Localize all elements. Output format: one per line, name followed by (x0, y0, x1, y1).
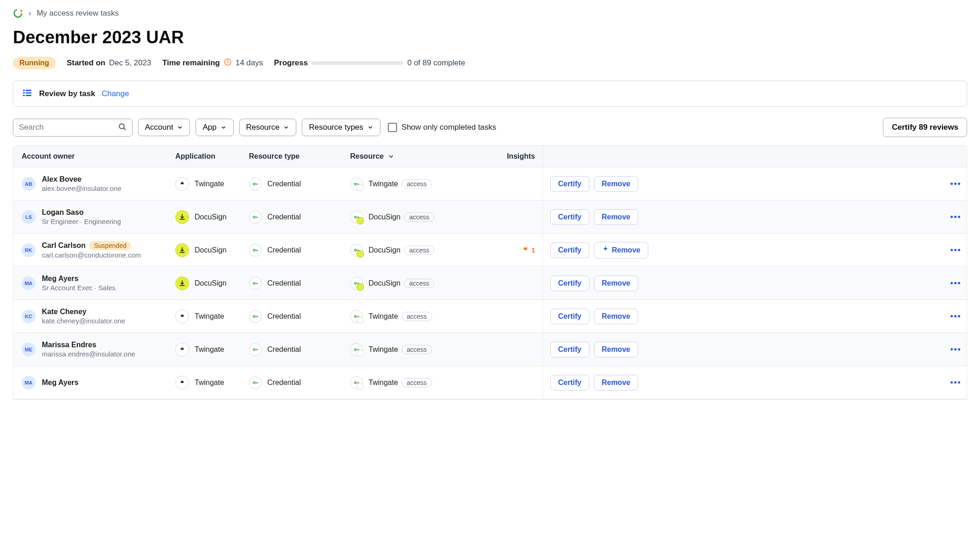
resource-type-name: Credential (267, 213, 301, 221)
certify-button[interactable]: Certify (550, 309, 589, 324)
svg-rect-6 (26, 92, 31, 94)
table-row: AB Alex Bovee alex.bovee@insulator.one T… (13, 167, 967, 201)
change-link[interactable]: Change (102, 89, 129, 98)
application-name[interactable]: DocuSign (195, 279, 226, 287)
certify-all-button[interactable]: Certify 89 reviews (883, 118, 967, 137)
key-icon (249, 211, 262, 224)
more-actions-icon[interactable] (951, 381, 960, 384)
resource-name[interactable]: Twingate (369, 180, 398, 188)
owner-name[interactable]: Marissa Endres (42, 341, 135, 349)
remove-button[interactable]: Remove (594, 242, 648, 258)
remove-button[interactable]: Remove (594, 176, 638, 192)
chevron-down-icon (387, 153, 395, 160)
svg-point-15 (354, 249, 356, 251)
owner-sub: Sr Account Exec · Sales (42, 284, 115, 292)
svg-point-23 (354, 382, 356, 384)
svg-rect-3 (23, 90, 25, 91)
col-insights[interactable]: Insights (496, 146, 542, 167)
more-actions-icon[interactable] (951, 348, 960, 350)
col-resource-type[interactable]: Resource type (243, 146, 345, 167)
owner-name[interactable]: Meg Ayers (42, 379, 79, 387)
certify-button[interactable]: Certify (550, 242, 589, 258)
chevron-down-icon (220, 124, 227, 131)
key-icon (249, 310, 262, 323)
more-actions-icon[interactable] (951, 315, 960, 317)
more-actions-icon[interactable] (951, 183, 960, 185)
certify-button[interactable]: Certify (550, 342, 589, 357)
progress-label: Progress (274, 58, 308, 68)
more-actions-icon[interactable] (951, 249, 960, 251)
resource-type-name: Credential (267, 345, 301, 354)
started-on-value: Dec 5, 2023 (109, 58, 151, 68)
remove-button[interactable]: Remove (594, 276, 638, 291)
filter-resource-types[interactable]: Resource types (302, 119, 380, 136)
resource-name[interactable]: Twingate (369, 312, 398, 321)
access-tag: access (402, 312, 432, 321)
certify-button[interactable]: Certify (550, 375, 589, 390)
owner-name[interactable]: Kate Cheney (42, 308, 125, 316)
key-icon (249, 244, 262, 257)
filter-resource[interactable]: Resource (239, 119, 297, 136)
resource-type-name: Credential (267, 379, 301, 387)
search-icon[interactable] (118, 123, 127, 132)
access-tag: access (402, 378, 432, 387)
twingate-app-icon (175, 310, 189, 323)
avatar: MA (22, 276, 35, 290)
application-name[interactable]: Twingate (195, 345, 224, 354)
list-icon (22, 87, 33, 100)
resource-key-icon (350, 376, 363, 389)
resource-name[interactable]: DocuSign (369, 213, 400, 221)
search-box[interactable] (13, 119, 133, 137)
svg-point-20 (253, 349, 255, 350)
certify-button[interactable]: Certify (550, 276, 589, 291)
application-name[interactable]: DocuSign (195, 246, 226, 254)
resource-type-name: Credential (267, 180, 301, 188)
svg-point-13 (354, 216, 356, 218)
resource-name[interactable]: Twingate (369, 345, 398, 354)
svg-point-14 (253, 249, 255, 251)
owner-name[interactable]: Meg Ayers (42, 275, 115, 283)
table-row: RK Carl Carlson Suspended carl.carlson@c… (13, 234, 967, 267)
remove-button[interactable]: Remove (594, 375, 638, 390)
application-name[interactable]: DocuSign (195, 213, 226, 221)
more-actions-icon[interactable] (951, 216, 960, 218)
search-input[interactable] (19, 123, 118, 132)
filter-row: Account App Resource Resource types Show… (13, 118, 967, 137)
resource-name[interactable]: Twingate (369, 379, 398, 387)
docusign-app-icon (175, 276, 189, 290)
resource-type-name: Credential (267, 279, 301, 287)
remove-button[interactable]: Remove (594, 309, 638, 324)
certify-button[interactable]: Certify (550, 209, 589, 225)
col-account-owner[interactable]: Account owner (13, 146, 170, 167)
avatar: RK (22, 243, 35, 257)
col-application[interactable]: Application (170, 146, 243, 167)
owner-name[interactable]: Alex Bovee (42, 175, 121, 184)
chevron-down-icon (177, 124, 183, 131)
status-row: Running Started on Dec 5, 2023 Time rema… (13, 57, 967, 69)
filter-app[interactable]: App (196, 119, 233, 136)
svg-rect-7 (23, 95, 25, 96)
key-icon (249, 277, 262, 290)
show-completed-checkbox[interactable] (388, 123, 397, 132)
application-name[interactable]: Twingate (195, 180, 224, 188)
breadcrumb-current[interactable]: My access review tasks (37, 9, 119, 18)
application-name[interactable]: Twingate (195, 379, 224, 387)
more-actions-icon[interactable] (951, 282, 960, 284)
svg-point-1 (20, 10, 23, 12)
table-row: MA Meg Ayers Sr Account Exec · Sales Doc… (13, 267, 967, 300)
time-remaining-label: Time remaining (162, 58, 220, 68)
logo-icon[interactable] (13, 8, 23, 18)
col-resource[interactable]: Resource (345, 146, 496, 167)
resource-name[interactable]: DocuSign (369, 279, 400, 287)
owner-name[interactable]: Logan Saso (42, 208, 121, 217)
insight-flag[interactable]: 1 (522, 247, 535, 254)
certify-button[interactable]: Certify (550, 176, 589, 192)
svg-point-19 (354, 316, 356, 317)
avatar: MA (22, 376, 35, 390)
remove-button[interactable]: Remove (594, 209, 638, 225)
application-name[interactable]: Twingate (195, 312, 224, 321)
remove-button[interactable]: Remove (594, 342, 638, 357)
filter-account[interactable]: Account (138, 119, 190, 136)
owner-name[interactable]: Carl Carlson Suspended (42, 241, 141, 250)
resource-name[interactable]: DocuSign (369, 246, 400, 254)
